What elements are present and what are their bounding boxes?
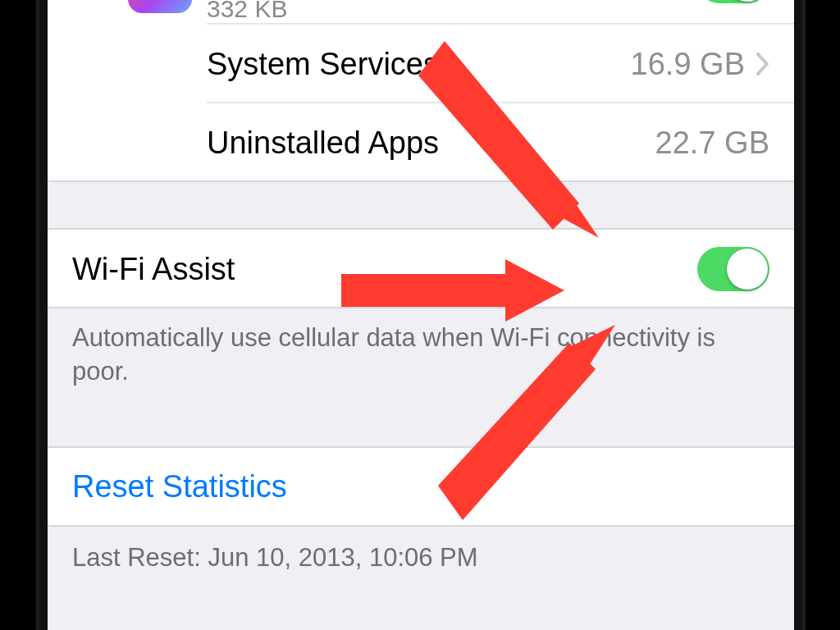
toggle-knob — [727, 249, 768, 290]
uninstalled-apps-row[interactable]: Uninstalled Apps 22.7 GB — [48, 103, 794, 182]
system-services-label: System Services — [207, 47, 631, 82]
wifi-assist-toggle[interactable] — [697, 247, 769, 291]
app-usage-row[interactable]: 332 KB — [48, 0, 794, 25]
reset-statistics-row[interactable]: Reset Statistics — [48, 448, 794, 527]
wifi-assist-row[interactable]: Wi-Fi Assist — [48, 230, 794, 308]
settings-screen: 332 KB System Services 16.9 GB Uninstall… — [48, 0, 794, 630]
system-services-row[interactable]: System Services 16.9 GB — [48, 25, 794, 103]
last-reset-label: Last Reset: Jun 10, 2013, 10:06 PM — [48, 527, 794, 605]
section-gap-2 — [48, 409, 794, 448]
system-services-value: 16.9 GB — [631, 47, 745, 82]
phone-frame: 332 KB System Services 16.9 GB Uninstall… — [0, 0, 840, 630]
uninstalled-apps-value: 22.7 GB — [655, 126, 769, 161]
chevron-right-icon — [756, 52, 769, 75]
app-icon — [128, 0, 192, 13]
app-size-label: 332 KB — [207, 0, 769, 23]
uninstalled-apps-label: Uninstalled Apps — [207, 126, 655, 161]
reset-statistics-label: Reset Statistics — [72, 469, 769, 504]
section-gap — [48, 182, 794, 230]
wifi-assist-footer: Automatically use cellular data when Wi-… — [48, 308, 794, 409]
wifi-assist-label: Wi-Fi Assist — [72, 252, 697, 287]
